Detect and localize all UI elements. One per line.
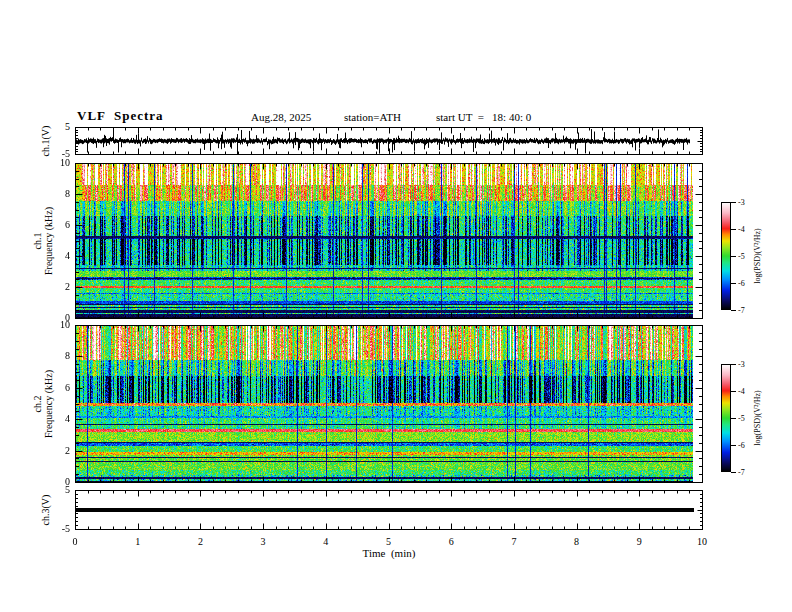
colorbar-tick	[731, 445, 736, 446]
y-axis-title-ch2-line1: ch.2	[32, 370, 43, 438]
tick-label: -3	[738, 198, 745, 207]
tick-label: 2	[187, 536, 213, 547]
waveform-panel-ch1	[75, 127, 703, 155]
tick-label: -4	[738, 387, 745, 396]
colorbar-tick	[731, 391, 736, 392]
tick-label: 4	[313, 536, 339, 547]
y-axis-title-ch2-line2: Frequency (kHz)	[43, 370, 54, 438]
colorbar-title-ch1: log(PSD)(V²/Hz)	[753, 228, 762, 283]
tick-label: 0	[62, 536, 88, 547]
y-axis-title-ch2-frequency: ch.2 Frequency (kHz)	[32, 370, 54, 438]
figure-station: station=ATH	[344, 111, 401, 123]
tick-label: -5	[738, 252, 745, 261]
colorbar-tick	[731, 310, 736, 311]
tick-label: 2	[42, 445, 70, 457]
x-axis-title: Time (min)	[363, 547, 416, 559]
figure-date: Aug.28, 2025	[251, 111, 311, 123]
tick-label: 6	[42, 382, 70, 394]
tick-label: 10	[42, 157, 70, 169]
vlf-spectra-figure: VLF Spectra Aug.28, 2025 station=ATH sta…	[0, 0, 792, 612]
spectrogram-ch2	[75, 325, 703, 483]
tick-label: 8	[42, 188, 70, 200]
figure-start-ut: start UT = 18: 40: 0	[436, 111, 531, 123]
tick-label: 9	[626, 536, 652, 547]
colorbar-tick	[731, 418, 736, 419]
figure-title: VLF Spectra	[77, 108, 164, 124]
colorbar-tick	[731, 364, 736, 365]
y-axis-title-ch1-line1: ch.1	[32, 207, 43, 275]
tick-label: -6	[738, 441, 745, 450]
tick-label: 4	[42, 413, 70, 425]
tick-label: 5	[376, 536, 402, 547]
spectrogram-ch1	[75, 163, 703, 319]
colorbar-tick	[731, 472, 736, 473]
tick-label: 8	[42, 350, 70, 362]
colorbar-tick	[731, 283, 736, 284]
tick-label: 1	[125, 536, 151, 547]
tick-label: -6	[738, 279, 745, 288]
colorbar-ch1	[721, 202, 731, 310]
tick-label: 5	[42, 484, 70, 496]
tick-label: 8	[564, 536, 590, 547]
tick-label: 3	[250, 536, 276, 547]
y-axis-title-ch3-volts: ch.3(V)	[40, 495, 51, 526]
waveform-panel-ch3	[75, 490, 703, 530]
tick-label: -5	[738, 414, 745, 423]
tick-label: -4	[738, 225, 745, 234]
tick-label: 6	[438, 536, 464, 547]
colorbar-tick	[731, 229, 736, 230]
colorbar-ch2	[721, 364, 731, 472]
tick-label: -7	[738, 468, 745, 477]
y-axis-title-ch1-frequency: ch.1 Frequency (kHz)	[32, 207, 54, 275]
tick-label: -7	[738, 306, 745, 315]
colorbar-title-ch2: log(PSD)(V²/Hz)	[753, 390, 762, 445]
tick-label: 10	[42, 319, 70, 331]
y-axis-title-ch1-line2: Frequency (kHz)	[43, 207, 54, 275]
tick-label: -5	[42, 523, 70, 535]
tick-label: 4	[42, 250, 70, 262]
tick-label: 7	[501, 536, 527, 547]
tick-label: 6	[42, 219, 70, 231]
tick-label: 2	[42, 281, 70, 293]
colorbar-tick	[731, 202, 736, 203]
tick-label: -3	[738, 360, 745, 369]
tick-label: 10	[689, 536, 715, 547]
colorbar-tick	[731, 256, 736, 257]
tick-label: 5	[42, 121, 70, 133]
